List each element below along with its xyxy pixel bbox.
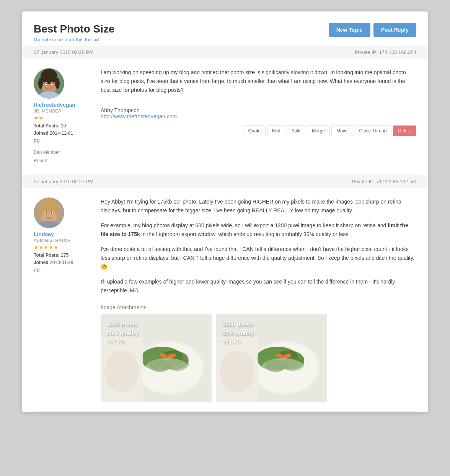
post-reply-button[interactable]: Post Reply xyxy=(373,23,416,37)
attachments-label: Image Attachments xyxy=(101,304,416,310)
svg-point-43 xyxy=(260,358,306,381)
post2-total-posts-label: Total Posts: xyxy=(34,253,60,258)
post1-text: I am working on speeding up my blog and … xyxy=(101,68,416,95)
post2-paragraph2-pre: For example, my blog photos display at 6… xyxy=(101,222,388,228)
image1-label3: 381 kb xyxy=(107,337,139,346)
attachment-image1[interactable]: 1200 pixels 50% quality 381 kb xyxy=(101,314,212,402)
post1-total-posts: 20 xyxy=(61,123,66,129)
post2-paragraph3: I've done quite a bit of testing with th… xyxy=(101,245,416,271)
svg-point-7 xyxy=(46,83,47,84)
svg-point-8 xyxy=(51,83,52,84)
post1-pm-link[interactable]: PM xyxy=(34,139,93,144)
attachments-grid: 1200 pixels 50% quality 381 kb xyxy=(101,314,416,402)
post1-meta-bar: 07 January 2015 02:20 PM Private IP: 174… xyxy=(22,46,428,59)
post2-paragraph1: Hey Abby! I'm trying for 175kb per photo… xyxy=(101,197,416,215)
svg-point-4 xyxy=(55,78,60,89)
svg-point-45 xyxy=(220,350,254,393)
image1-label2: 50% quality xyxy=(107,329,139,338)
svg-point-13 xyxy=(38,206,43,218)
post1-joined: 2014-12-01 xyxy=(50,130,73,136)
svg-point-32 xyxy=(104,350,139,393)
svg-point-17 xyxy=(46,212,47,214)
post1-meta: Total Posts: 20 Joined 2014-12-01 xyxy=(34,122,93,137)
svg-point-18 xyxy=(51,212,52,214)
image2-label1: 1200 pixels xyxy=(222,320,254,329)
image1-label1: 1200 pixels xyxy=(107,320,139,329)
image2-overlay: 1200 pixels 25% quality 281 kb xyxy=(222,320,254,346)
post1-username[interactable]: thefrostedvegan xyxy=(34,102,93,108)
close-thread-button[interactable]: Close Thread xyxy=(354,126,391,136)
post1: thefrostedvegan Jr. Member ★★ Total Post… xyxy=(34,59,416,175)
new-topic-button[interactable]: New Topic xyxy=(329,23,370,37)
title-group: Best Photo Size Un-subscribe from this t… xyxy=(34,23,115,42)
svg-point-3 xyxy=(38,78,43,89)
svg-point-2 xyxy=(41,69,57,84)
merge-button[interactable]: Merge xyxy=(307,126,330,136)
post1-signature: Abby Thompson http://www.thefrostedvegan… xyxy=(101,107,416,119)
post2-total-posts: 275 xyxy=(61,253,68,258)
post2-date: 07 January 2015 02:27 PM xyxy=(34,179,93,184)
post2-meta-bar: 07 January 2015 02:27 PM Private IP: 71.… xyxy=(22,175,428,188)
post1-report[interactable]: Report xyxy=(34,157,93,165)
page-header: Best Photo Size Un-subscribe from this t… xyxy=(34,23,416,42)
svg-point-30 xyxy=(145,358,191,381)
post2-joined: 2013-01-28 xyxy=(50,260,73,265)
post2-meta: Total Posts: 275 Joined 2013-01-28 xyxy=(34,252,93,266)
post2-ip-and-number: Private IP: 71.220.86.102 #1 xyxy=(352,179,416,184)
image2-label2: 25% quality xyxy=(222,329,254,338)
post2-joined-label: Joined xyxy=(34,260,49,265)
edit-button[interactable]: Edit xyxy=(267,126,285,136)
post2-paragraph2-post: in the Lightroom export window, which en… xyxy=(140,231,350,237)
svg-point-14 xyxy=(55,206,60,218)
post1-divider xyxy=(101,101,416,101)
post1-stars: ★★ xyxy=(34,115,93,121)
post1-sig-name: Abby Thompson xyxy=(101,107,416,113)
image1-overlay: 1200 pixels 50% quality 381 kb xyxy=(107,320,139,346)
post2-paragraph4: I'll upload a few examples of higher and… xyxy=(101,277,416,295)
post1-ip: Private IP: 174.102.168.254 xyxy=(355,49,416,55)
svg-point-12 xyxy=(41,198,57,212)
unsubscribe-link[interactable]: Un-subscribe from this thread xyxy=(34,37,115,42)
attachment-image2[interactable]: 1200 pixels 25% quality 281 kb xyxy=(216,314,327,402)
attachments-section: Image Attachments xyxy=(101,304,416,402)
split-button[interactable]: Split xyxy=(287,126,305,136)
post2-username[interactable]: Lindsay xyxy=(34,231,93,237)
post2-stars: ★★★★★ xyxy=(34,244,93,250)
post2-sidebar: Lindsay Administrator ★★★★★ Total Posts:… xyxy=(34,197,93,403)
post2-paragraph2: For example, my blog photos display at 6… xyxy=(101,221,416,239)
move-button[interactable]: Move xyxy=(331,126,352,136)
image2-label3: 281 kb xyxy=(222,337,254,346)
post1-date: 07 January 2015 02:20 PM xyxy=(34,49,93,55)
post1-avatar xyxy=(34,68,64,99)
post1-content: I am working on speeding up my blog and … xyxy=(93,68,416,165)
post2-role: Administrator xyxy=(34,238,93,243)
post1-mod-links: Ban Member Report xyxy=(34,148,93,165)
post2: Lindsay Administrator ★★★★★ Total Posts:… xyxy=(34,188,416,412)
post1-ban-member[interactable]: Ban Member xyxy=(34,148,93,157)
post1-sidebar: thefrostedvegan Jr. Member ★★ Total Post… xyxy=(34,68,93,165)
delete-button[interactable]: Delete xyxy=(393,126,416,136)
quote-button[interactable]: Quote xyxy=(243,126,266,136)
post1-sig-link[interactable]: http://www.thefrostedvegan.com xyxy=(101,113,177,119)
post1-actions: Quote Edit Split Merge Move Close Thread… xyxy=(101,126,416,136)
post2-number: #1 xyxy=(411,179,416,184)
post2-pm-link[interactable]: PM xyxy=(34,268,93,273)
page-container: Best Photo Size Un-subscribe from this t… xyxy=(22,11,428,412)
post1-joined-label: Joined xyxy=(34,130,49,136)
header-buttons: New Topic Post Reply xyxy=(329,23,416,37)
post1-role: Jr. Member xyxy=(34,109,93,113)
post2-content: Hey Abby! I'm trying for 175kb per photo… xyxy=(93,197,416,403)
post1-total-posts-label: Total Posts: xyxy=(34,123,60,129)
post2-ip: Private IP: 71.220.86.102 xyxy=(352,179,408,184)
post2-avatar xyxy=(34,197,64,228)
page-title: Best Photo Size xyxy=(34,23,115,35)
